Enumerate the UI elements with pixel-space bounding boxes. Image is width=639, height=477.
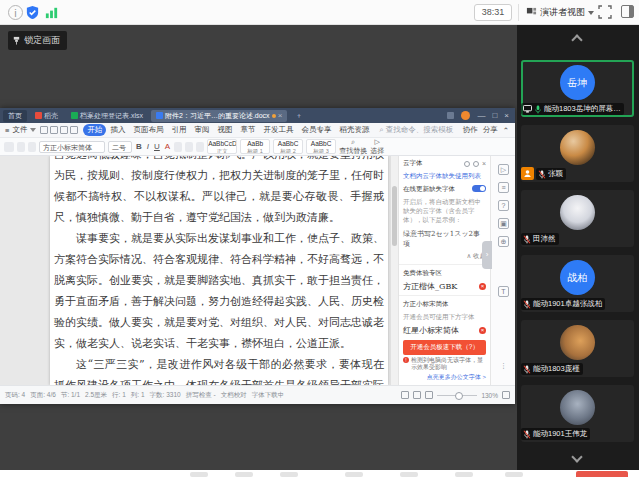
document-page[interactable]: 自觉远离低级趣味，自觉抵制歪风邪气。严以用权，就是要坚持用权为民，按规则、按制度…	[50, 156, 388, 385]
status-proofread[interactable]: 文档校对	[221, 391, 247, 400]
ribbon-tab-insert[interactable]: 插入	[106, 124, 129, 136]
panel-close-icon[interactable]: ×	[482, 161, 486, 167]
new-tab-button[interactable]: ＋	[290, 110, 307, 122]
wps-home-tab[interactable]: 首页	[3, 110, 27, 122]
web-layout-view-icon[interactable]	[413, 391, 421, 399]
collapse-ribbon-icon[interactable]: ⌃	[503, 126, 509, 135]
toolbar-button-sliver[interactable]	[235, 472, 253, 477]
zoom-slider[interactable]	[437, 395, 477, 396]
ribbon-tab-vip[interactable]: 会员专享	[297, 124, 335, 136]
participant-tile[interactable]: 岳坤 能动1803岳坤的屏幕…	[521, 60, 634, 117]
status-spellcheck[interactable]: 拼写检查 -	[186, 391, 216, 400]
network-signal-icon[interactable]	[44, 5, 59, 20]
toolbar-button-sliver[interactable]	[190, 472, 208, 477]
participant-tile[interactable]: 战柏 能动1901卓越张战柏	[521, 255, 634, 312]
wps-doc-tab[interactable]: 附件2：习近平…的重要论述.docx ×	[151, 110, 287, 122]
view-mode-dropdown[interactable]: 演讲者视图	[526, 4, 594, 21]
wps-docer-tab[interactable]: 稻壳	[30, 110, 63, 122]
ribbon-tab-developer[interactable]: 开发工具	[259, 124, 297, 136]
font-name-select[interactable]: 方正小标宋简体	[39, 141, 105, 153]
ribbon-tab-home[interactable]: 开始	[83, 124, 106, 136]
window-restore-button[interactable]: □	[492, 111, 497, 120]
wps-account-avatar[interactable]	[461, 111, 470, 120]
ribbon-tab-review[interactable]: 审阅	[190, 124, 213, 136]
align-center-button[interactable]	[185, 142, 193, 152]
line-spacing-button[interactable]	[196, 142, 204, 152]
participant-tile[interactable]: 能动1901王伟龙	[521, 385, 634, 442]
scroll-up-chevron[interactable]	[572, 33, 584, 45]
find-replace-button[interactable]: ⌕查找替换	[339, 138, 367, 156]
ribbon-tab-docer-res[interactable]: 稻壳资源	[335, 124, 373, 136]
wps-sheet-tab[interactable]: 档案处理登记表.xlsx	[66, 110, 148, 122]
image-pane-icon[interactable]: ▣	[498, 218, 509, 229]
lock-screen-button[interactable]: 锁定画面	[8, 31, 67, 50]
collaborate-button[interactable]: 协作	[463, 125, 478, 135]
share-button[interactable]: 分享	[483, 125, 498, 135]
scroll-down-chevron[interactable]	[572, 453, 584, 465]
save-icon[interactable]	[40, 126, 48, 134]
fit-page-icon[interactable]	[502, 391, 510, 399]
end-meeting-button-sliver[interactable]	[576, 471, 628, 477]
style-heading2[interactable]: AaBbC 标题 2	[273, 139, 303, 154]
window-close-button[interactable]: ×	[504, 111, 509, 120]
hamburger-icon[interactable]: ≡	[5, 126, 9, 135]
security-shield-icon[interactable]	[25, 5, 40, 20]
format-painter-button[interactable]	[28, 142, 36, 152]
toolbar-button-sliver[interactable]	[455, 472, 473, 477]
italic-button[interactable]: I	[146, 142, 150, 151]
ribbon-tab-page-layout[interactable]: 页面布局	[129, 124, 167, 136]
participant-tile[interactable]: 能动1803庞槿	[521, 320, 634, 377]
select-tool-button[interactable]: ▷选择	[370, 138, 384, 156]
toggle-sidebar-button[interactable]	[621, 5, 634, 18]
more-tools-icon[interactable]: ⋮	[498, 361, 509, 372]
panel-feedback-icon[interactable]	[464, 161, 470, 167]
cut-button[interactable]	[17, 142, 25, 152]
free-font-row[interactable]: 方正楷体_GBK ×	[399, 280, 490, 293]
style-normal[interactable]: AaBbCcDd 正文	[207, 139, 237, 154]
command-search-box[interactable]: ⌕ 查找命令、搜索模板	[379, 125, 453, 135]
expand-pane-tab[interactable]: ›	[482, 241, 492, 269]
font-size-select[interactable]: 二号	[108, 141, 132, 153]
vip-font-row[interactable]: 红星小标宋简体 ×	[399, 324, 490, 337]
undo-icon[interactable]	[60, 126, 68, 134]
print-layout-view-icon[interactable]	[401, 391, 409, 399]
toolbar-button-sliver[interactable]	[280, 472, 298, 477]
scrollbar-thumb[interactable]	[392, 186, 397, 246]
redo-icon[interactable]	[70, 126, 78, 134]
ribbon-tab-view[interactable]: 视图	[213, 124, 236, 136]
participant-tile[interactable]: 田沛然	[521, 190, 634, 247]
toolbar-button-sliver[interactable]	[345, 472, 363, 477]
paste-button[interactable]	[4, 142, 14, 152]
layout-switch-icon[interactable]	[447, 112, 454, 119]
bold-button[interactable]: B	[135, 142, 143, 151]
ribbon-tab-references[interactable]: 引用	[167, 124, 190, 136]
auto-update-toggle[interactable]	[472, 185, 486, 192]
ribbon-tab-section[interactable]: 章节	[236, 124, 259, 136]
outline-view-icon[interactable]	[425, 391, 433, 399]
more-fonts-link[interactable]: 点亮更多办公文字体 >	[399, 371, 490, 384]
meeting-info-icon[interactable]: i	[8, 5, 23, 20]
tab-close-icon[interactable]: ×	[278, 111, 283, 120]
panel-settings-icon[interactable]	[473, 161, 479, 167]
participant-tile[interactable]: 张颖	[521, 125, 634, 182]
toolbar-button-sliver[interactable]	[505, 472, 523, 477]
style-heading3[interactable]: AaBbC 标题 3	[306, 139, 336, 154]
text-tool-icon[interactable]: T	[498, 286, 509, 297]
print-icon[interactable]	[50, 126, 58, 134]
outline-pane-icon[interactable]: ≡	[498, 182, 509, 193]
file-menu[interactable]: 文件	[12, 125, 27, 135]
zoom-level[interactable]: 130%	[481, 392, 498, 399]
style-heading1[interactable]: AaBb 标题 1	[240, 139, 270, 154]
align-left-button[interactable]	[174, 142, 182, 152]
status-wordcount[interactable]: 字数: 3310	[150, 391, 181, 400]
underline-button[interactable]: U	[153, 142, 161, 151]
collapse-link[interactable]: ∧ 收起	[399, 251, 490, 262]
vip-download-button[interactable]: 开通会员极速下载（?）	[403, 340, 486, 355]
document-scrollbar[interactable]	[390, 156, 398, 385]
fullscreen-button[interactable]	[598, 5, 612, 19]
help-pane-icon[interactable]: ?	[498, 200, 509, 211]
translate-pane-icon[interactable]: ⊕	[498, 236, 509, 247]
select-pointer-icon[interactable]: ▷	[498, 164, 509, 175]
font-color-button[interactable]: A	[164, 142, 171, 151]
window-minimize-button[interactable]: —	[477, 111, 485, 120]
